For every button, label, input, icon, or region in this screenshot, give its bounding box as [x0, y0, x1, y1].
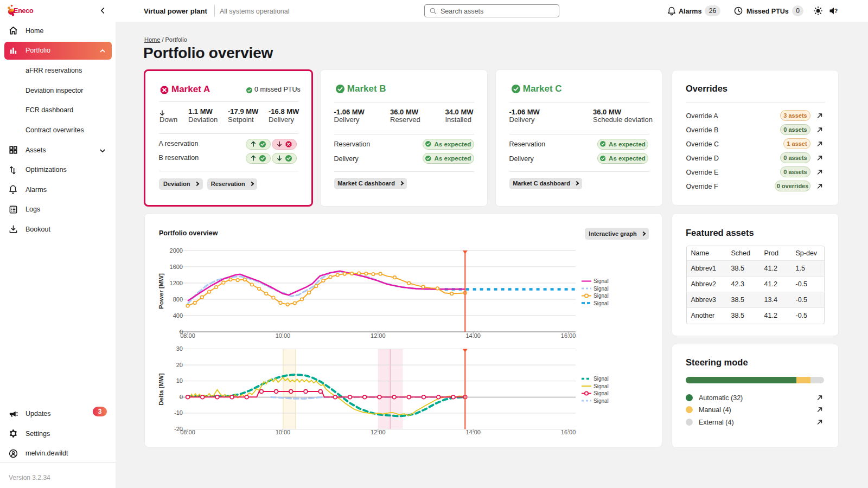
- svg-text:Signal: Signal: [593, 383, 609, 389]
- svg-text:20: 20: [176, 362, 183, 368]
- svg-text:Signal: Signal: [593, 390, 609, 396]
- svg-text:400: 400: [173, 312, 183, 319]
- svg-text:10: 10: [176, 377, 183, 384]
- svg-text:-10: -10: [174, 409, 183, 416]
- svg-text:Signal: Signal: [593, 293, 609, 299]
- svg-text:1200: 1200: [170, 280, 183, 286]
- svg-text:30: 30: [176, 345, 183, 352]
- svg-text:Signal: Signal: [593, 398, 609, 404]
- svg-text:?: ?: [834, 8, 838, 14]
- svg-text:Signal: Signal: [593, 300, 609, 306]
- svg-text:Power [MW]: Power [MW]: [158, 273, 164, 309]
- svg-text:1600: 1600: [170, 264, 183, 270]
- svg-text:Signal: Signal: [593, 286, 609, 292]
- svg-text:Signal: Signal: [593, 376, 609, 382]
- svg-text:800: 800: [173, 296, 183, 303]
- svg-text:Delta [MW]: Delta [MW]: [158, 373, 164, 406]
- svg-text:2000: 2000: [170, 247, 183, 254]
- svg-text:0: 0: [180, 394, 183, 400]
- svg-text:Signal: Signal: [593, 278, 609, 284]
